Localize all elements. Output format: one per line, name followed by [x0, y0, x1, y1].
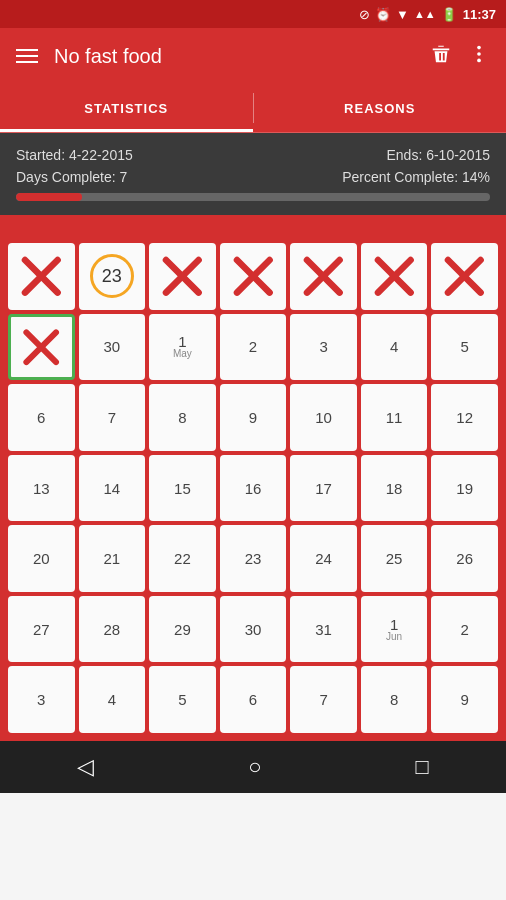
progress-bar-container	[16, 193, 490, 201]
stats-row-2: Days Complete: 7 Percent Complete: 14%	[16, 169, 490, 185]
cal-cell[interactable]: 9	[431, 666, 498, 733]
cal-cell[interactable]: 16	[220, 455, 287, 522]
cal-cell[interactable]: 8	[149, 384, 216, 451]
toolbar-actions	[430, 43, 490, 70]
cal-cell[interactable]: 31	[290, 596, 357, 663]
cal-cell[interactable]: 5	[149, 666, 216, 733]
cal-cell[interactable]: 2	[431, 596, 498, 663]
stats-row-1: Started: 4-22-2015 Ends: 6-10-2015	[16, 147, 490, 163]
cal-cell[interactable]: 6	[8, 384, 75, 451]
signal-icon: ▲▲	[414, 8, 436, 20]
tab-statistics[interactable]: STATISTICS	[0, 84, 253, 132]
alarm-icon: ⏰	[375, 7, 391, 22]
cal-cell[interactable]: 8	[361, 666, 428, 733]
recent-nav-icon[interactable]: □	[416, 754, 429, 780]
percent-label: Percent Complete: 14%	[342, 169, 490, 185]
cal-cell[interactable]: 11	[361, 384, 428, 451]
wifi-icon: ▼	[396, 7, 409, 22]
calendar-area: 23 301May2345678910111213141516171819202…	[0, 235, 506, 741]
cal-cell[interactable]: 2	[220, 314, 287, 381]
started-label: Started: 4-22-2015	[16, 147, 133, 163]
cal-cell[interactable]	[431, 243, 498, 310]
cal-cell[interactable]: 27	[8, 596, 75, 663]
cal-cell[interactable]	[290, 243, 357, 310]
svg-point-2	[477, 58, 481, 62]
cal-cell[interactable]: 21	[79, 525, 146, 592]
battery-icon: 🔋	[441, 7, 457, 22]
cal-cell[interactable]: 9	[220, 384, 287, 451]
home-nav-icon[interactable]: ○	[248, 754, 261, 780]
cal-cell[interactable]: 4	[79, 666, 146, 733]
status-time: 11:37	[463, 7, 496, 22]
cal-cell[interactable]: 20	[8, 525, 75, 592]
stats-section: Started: 4-22-2015 Ends: 6-10-2015 Days …	[0, 133, 506, 215]
cal-cell[interactable]: 25	[361, 525, 428, 592]
days-complete-label: Days Complete: 7	[16, 169, 127, 185]
delete-icon[interactable]	[430, 43, 452, 70]
tab-reasons[interactable]: REASONS	[254, 84, 507, 132]
cal-cell[interactable]: 30	[220, 596, 287, 663]
cal-cell[interactable]: 1May	[149, 314, 216, 381]
svg-point-1	[477, 52, 481, 56]
cal-cell[interactable]: 7	[79, 384, 146, 451]
cal-cell[interactable]	[8, 314, 75, 381]
cal-cell[interactable]: 19	[431, 455, 498, 522]
cal-cell[interactable]: 5	[431, 314, 498, 381]
page-title: No fast food	[54, 45, 414, 68]
svg-point-0	[477, 45, 481, 49]
cal-cell[interactable]	[149, 243, 216, 310]
cal-cell[interactable]: 17	[290, 455, 357, 522]
more-icon[interactable]	[468, 43, 490, 70]
progress-bar-fill	[16, 193, 82, 201]
cal-cell[interactable]: 6	[220, 666, 287, 733]
cal-cell[interactable]: 23	[220, 525, 287, 592]
cal-cell[interactable]	[220, 243, 287, 310]
cal-cell[interactable]: 26	[431, 525, 498, 592]
cal-cell[interactable]: 1Jun	[361, 596, 428, 663]
cal-cell[interactable]: 10	[290, 384, 357, 451]
cal-cell[interactable]	[361, 243, 428, 310]
cal-cell[interactable]: 3	[290, 314, 357, 381]
cal-cell[interactable]: 7	[290, 666, 357, 733]
cal-cell[interactable]: 23	[79, 243, 146, 310]
calendar-spacer	[0, 215, 506, 235]
alarm-off-icon: ⊘	[359, 7, 370, 22]
cal-cell[interactable]: 14	[79, 455, 146, 522]
cal-cell[interactable]: 30	[79, 314, 146, 381]
cal-cell[interactable]: 4	[361, 314, 428, 381]
cal-cell[interactable]	[8, 243, 75, 310]
cal-cell[interactable]: 3	[8, 666, 75, 733]
cal-cell[interactable]: 18	[361, 455, 428, 522]
tabs: STATISTICS REASONS	[0, 84, 506, 133]
status-icons: ⊘ ⏰ ▼ ▲▲ 🔋	[359, 7, 457, 22]
nav-bar: ◁ ○ □	[0, 741, 506, 793]
cal-cell[interactable]: 28	[79, 596, 146, 663]
toolbar: No fast food	[0, 28, 506, 84]
status-bar: ⊘ ⏰ ▼ ▲▲ 🔋 11:37	[0, 0, 506, 28]
back-nav-icon[interactable]: ◁	[77, 754, 94, 780]
cal-cell[interactable]: 13	[8, 455, 75, 522]
cal-cell[interactable]: 15	[149, 455, 216, 522]
cal-cell[interactable]: 22	[149, 525, 216, 592]
ends-label: Ends: 6-10-2015	[386, 147, 490, 163]
calendar-grid: 23 301May2345678910111213141516171819202…	[8, 243, 498, 733]
cal-cell[interactable]: 12	[431, 384, 498, 451]
cal-cell[interactable]: 29	[149, 596, 216, 663]
cal-cell[interactable]: 24	[290, 525, 357, 592]
menu-icon[interactable]	[16, 49, 38, 63]
